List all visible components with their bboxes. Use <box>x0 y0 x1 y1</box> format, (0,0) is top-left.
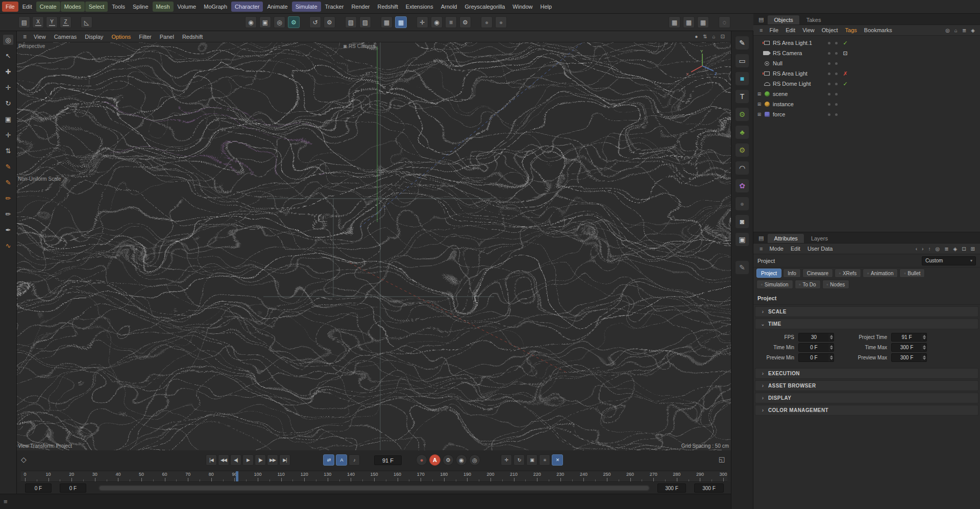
tree-asset-icon[interactable]: ♣ <box>736 126 749 139</box>
rotate-tool[interactable]: ↻ <box>3 98 14 109</box>
viewport-menu-filter[interactable]: Filter <box>135 32 155 41</box>
objects-menu-bookmarks[interactable]: Bookmarks <box>861 26 896 34</box>
timeline-ruler[interactable]: 0102030405060708090100110120130140150160… <box>21 471 727 482</box>
viewport-menu-cameras[interactable]: Cameras <box>50 32 81 41</box>
axis-center-button[interactable]: ◉ <box>431 16 443 28</box>
axis-y-lock-button[interactable]: Y <box>46 16 58 28</box>
expand-icon[interactable]: ⊞ <box>756 112 763 117</box>
spinner-icon[interactable] <box>829 354 834 361</box>
timeline-expand-icon[interactable]: ◱ <box>719 455 725 463</box>
objects-menu-object[interactable]: Object <box>818 26 842 34</box>
solo-off-button[interactable]: ● <box>481 16 493 28</box>
viewport-menu-options[interactable]: Options <box>107 32 135 41</box>
viewport-menu-view[interactable]: View <box>30 32 50 41</box>
loop-toggle[interactable]: ⇄ <box>323 454 334 466</box>
section-display[interactable]: ›DISPLAY <box>755 393 978 403</box>
menu-spline[interactable]: Spline <box>129 2 152 12</box>
object-row-rs-area-light[interactable]: RS Area Light✗ <box>753 68 980 79</box>
viewport-home-icon[interactable]: ⌂ <box>713 34 716 39</box>
status-check-icon[interactable]: ✓ <box>839 40 852 46</box>
viewport-maximize-icon[interactable]: ⊡ <box>721 34 725 39</box>
next-key-button[interactable]: ▶▶ <box>267 454 278 466</box>
prev-frame-button[interactable]: ◀| <box>230 454 241 466</box>
status-check-icon[interactable]: ✓ <box>839 81 852 87</box>
layer-dot-b[interactable] <box>835 42 838 44</box>
layer-dots[interactable] <box>828 72 838 75</box>
live-selection-tool[interactable]: ↖ <box>3 50 14 61</box>
search-icon[interactable]: ◎ <box>945 28 950 33</box>
project-time-field[interactable]: 91 F <box>891 333 927 342</box>
tab-attributes[interactable]: Attributes <box>768 234 803 243</box>
key-pla-toggle[interactable]: ✕ <box>552 454 563 466</box>
timeline-scrollbar-thumb[interactable] <box>100 486 649 490</box>
menu-simulate[interactable]: Simulate <box>292 2 321 12</box>
new-panel-icon[interactable]: ⊞ <box>971 246 975 252</box>
layer-dots[interactable] <box>828 62 838 65</box>
menu-mograph[interactable]: MoGraph <box>200 2 231 12</box>
attr-tab-cineware[interactable]: Cineware <box>802 269 833 278</box>
viewport-dot-icon[interactable]: ● <box>695 34 698 39</box>
tab-layers[interactable]: Layers <box>805 234 834 243</box>
lock-icon[interactable]: ◈ <box>953 246 958 252</box>
pen-asset-icon[interactable]: ✎ <box>736 36 749 50</box>
menu-extensions[interactable]: Extensions <box>402 2 437 12</box>
section-color-management[interactable]: ›COLOR MANAGEMENT <box>755 405 978 416</box>
cube-asset-icon[interactable]: ■ <box>736 72 749 85</box>
next-frame-button[interactable]: |▶ <box>255 454 266 466</box>
goto-end-button[interactable]: ▶| <box>279 454 290 466</box>
preview-max-field[interactable]: 300 F <box>891 353 927 362</box>
attr-tab-project[interactable]: Project <box>756 269 781 278</box>
layer-dot-a[interactable] <box>828 52 830 55</box>
goto-start-button[interactable]: |◀ <box>206 454 217 466</box>
keyframe-selection-button[interactable]: ◉ <box>456 454 467 466</box>
scale-tool[interactable]: ▣ <box>3 113 14 125</box>
snap-toggle-button[interactable]: ▦ <box>395 16 407 28</box>
object-row-rs-camera[interactable]: RS Camera⊡ <box>753 48 980 58</box>
attr-tab-xrefs[interactable]: ▫XRefs <box>835 269 861 278</box>
section-execution[interactable]: ›EXECUTION <box>755 368 978 379</box>
attr-tab-simulation[interactable]: ▫Simulation <box>756 280 793 289</box>
interactive-render-region-button[interactable]: ◎ <box>274 16 285 28</box>
pin-icon[interactable]: ⊡ <box>962 246 966 252</box>
expand-icon[interactable]: ⊞ <box>756 91 763 96</box>
preview-end-field[interactable]: 300 F <box>657 483 686 493</box>
attr-tab-animation[interactable]: ▫Animation <box>863 269 898 278</box>
object-row-rs-dome-light[interactable]: RS Dome Light✓ <box>753 79 980 89</box>
viewport-menu-display[interactable]: Display <box>81 32 107 41</box>
ink-tool[interactable]: ✒ <box>3 224 14 235</box>
material-ring-button[interactable]: ◌ <box>719 16 730 28</box>
key-scale-toggle[interactable]: ▣ <box>526 454 537 466</box>
timeline-playhead[interactable] <box>236 471 238 481</box>
viewport-menu-icon[interactable]: ≡ <box>20 33 30 40</box>
forward-icon[interactable]: › <box>922 246 923 252</box>
objects-menu-view[interactable]: View <box>799 26 818 34</box>
workplane-button[interactable]: ◺ <box>81 16 92 28</box>
object-row-null[interactable]: Null <box>753 58 980 68</box>
home-icon[interactable]: ⌂ <box>954 28 958 33</box>
menu-tools[interactable]: Tools <box>108 2 129 12</box>
pen-tool[interactable]: ✚ <box>3 66 14 77</box>
up-icon[interactable]: ↑ <box>928 246 930 252</box>
draw-asset-icon[interactable]: ✎ <box>736 261 749 274</box>
gear-asset-icon[interactable]: ⚙ <box>736 108 749 121</box>
viewport-menu-redshift[interactable]: Redshift <box>178 32 207 41</box>
objects-menu-tags[interactable]: Tags <box>842 26 861 34</box>
viewport-3d[interactable]: Perspective ◙ RS Camera Non-Uniform Scal… <box>17 42 731 450</box>
view-name-label[interactable]: Perspective <box>18 43 45 49</box>
spinner-icon[interactable] <box>922 344 926 351</box>
menu-create[interactable]: Create <box>36 2 60 12</box>
objects-menu-edit[interactable]: Edit <box>782 26 799 34</box>
spinner-icon[interactable] <box>829 344 834 351</box>
fps-field[interactable]: 30 <box>798 333 834 342</box>
layer-dot-b[interactable] <box>835 113 838 116</box>
range-start-field[interactable]: 0 F <box>25 483 52 493</box>
axis-modify-tool[interactable]: ✛ <box>3 129 14 140</box>
paint-tool[interactable]: ✎ <box>3 161 14 172</box>
search-icon[interactable]: ◎ <box>935 246 940 252</box>
preset-dropdown[interactable]: Custom ▾ <box>922 256 976 265</box>
menu-arnold[interactable]: Arnold <box>437 2 461 12</box>
attr-tab-to-do[interactable]: ▫To Do <box>795 280 821 289</box>
generator-asset-icon[interactable]: ⚙ <box>736 143 749 157</box>
render-view-button[interactable]: ◉ <box>245 16 257 28</box>
time-min-field[interactable]: 0 F <box>798 343 834 352</box>
